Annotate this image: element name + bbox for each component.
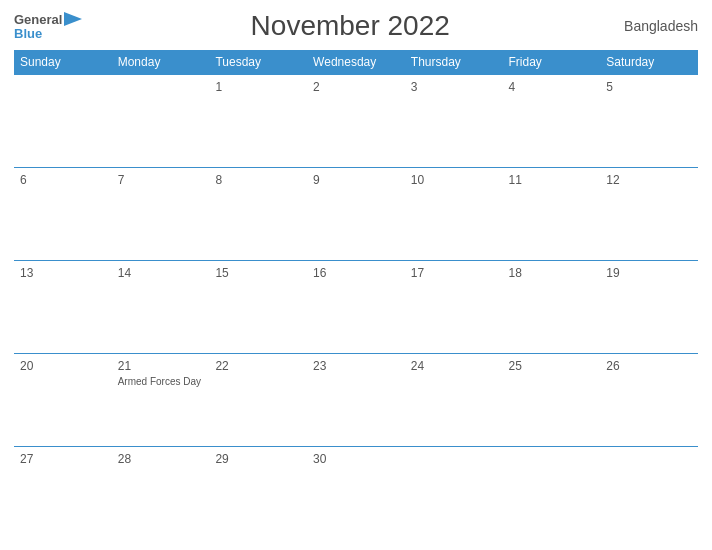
day-number: 24	[411, 359, 497, 373]
calendar-day-cell: 26	[600, 354, 698, 447]
calendar-day-cell: 6	[14, 168, 112, 261]
month-title: November 2022	[82, 10, 618, 42]
day-number: 23	[313, 359, 399, 373]
svg-marker-0	[64, 12, 82, 26]
calendar-day-cell: 14	[112, 261, 210, 354]
day-number: 1	[215, 80, 301, 94]
calendar-day-cell	[112, 75, 210, 168]
day-number: 15	[215, 266, 301, 280]
day-number: 29	[215, 452, 301, 466]
calendar-day-cell: 7	[112, 168, 210, 261]
calendar-day-cell: 22	[209, 354, 307, 447]
calendar-day-cell: 11	[503, 168, 601, 261]
day-number: 9	[313, 173, 399, 187]
header-tuesday: Tuesday	[209, 50, 307, 75]
calendar-day-cell: 4	[503, 75, 601, 168]
calendar-day-cell: 25	[503, 354, 601, 447]
calendar-day-cell: 16	[307, 261, 405, 354]
day-number: 28	[118, 452, 204, 466]
calendar-day-cell: 2	[307, 75, 405, 168]
calendar-day-cell: 18	[503, 261, 601, 354]
day-number: 12	[606, 173, 692, 187]
calendar-day-cell: 5	[600, 75, 698, 168]
day-number: 8	[215, 173, 301, 187]
day-number: 10	[411, 173, 497, 187]
calendar-header: General Blue November 2022 Bangladesh	[14, 10, 698, 42]
logo-flag-icon	[64, 12, 82, 26]
logo-general-text: General	[14, 13, 62, 26]
day-number: 25	[509, 359, 595, 373]
logo-blue-text: Blue	[14, 27, 42, 40]
calendar-day-cell: 1	[209, 75, 307, 168]
calendar-day-cell: 24	[405, 354, 503, 447]
calendar-day-cell: 12	[600, 168, 698, 261]
calendar-day-cell: 10	[405, 168, 503, 261]
day-number: 7	[118, 173, 204, 187]
calendar-table: Sunday Monday Tuesday Wednesday Thursday…	[14, 50, 698, 540]
calendar-day-cell: 3	[405, 75, 503, 168]
header-saturday: Saturday	[600, 50, 698, 75]
day-number: 26	[606, 359, 692, 373]
day-number: 4	[509, 80, 595, 94]
calendar-week-row: 6789101112	[14, 168, 698, 261]
day-number: 22	[215, 359, 301, 373]
logo: General Blue	[14, 12, 82, 40]
day-number: 11	[509, 173, 595, 187]
header-wednesday: Wednesday	[307, 50, 405, 75]
calendar-week-row: 13141516171819	[14, 261, 698, 354]
day-number: 14	[118, 266, 204, 280]
day-number: 30	[313, 452, 399, 466]
weekday-header-row: Sunday Monday Tuesday Wednesday Thursday…	[14, 50, 698, 75]
calendar-week-row: 12345	[14, 75, 698, 168]
day-number: 18	[509, 266, 595, 280]
day-number: 27	[20, 452, 106, 466]
holiday-label: Armed Forces Day	[118, 376, 204, 387]
calendar-week-row: 2021Armed Forces Day2223242526	[14, 354, 698, 447]
calendar-day-cell: 13	[14, 261, 112, 354]
header-monday: Monday	[112, 50, 210, 75]
calendar-day-cell: 29	[209, 447, 307, 540]
day-number: 16	[313, 266, 399, 280]
calendar-day-cell: 20	[14, 354, 112, 447]
day-number: 13	[20, 266, 106, 280]
day-number: 5	[606, 80, 692, 94]
calendar-day-cell: 27	[14, 447, 112, 540]
calendar-day-cell: 8	[209, 168, 307, 261]
calendar-day-cell	[405, 447, 503, 540]
day-number: 17	[411, 266, 497, 280]
calendar-day-cell: 30	[307, 447, 405, 540]
day-number: 19	[606, 266, 692, 280]
calendar-day-cell: 28	[112, 447, 210, 540]
calendar-day-cell	[600, 447, 698, 540]
calendar-day-cell: 21Armed Forces Day	[112, 354, 210, 447]
country-label: Bangladesh	[618, 18, 698, 34]
calendar-day-cell	[503, 447, 601, 540]
calendar-day-cell: 23	[307, 354, 405, 447]
header-friday: Friday	[503, 50, 601, 75]
calendar-day-cell	[14, 75, 112, 168]
header-sunday: Sunday	[14, 50, 112, 75]
calendar-body: 123456789101112131415161718192021Armed F…	[14, 75, 698, 541]
day-number: 6	[20, 173, 106, 187]
day-number: 21	[118, 359, 204, 373]
day-number: 20	[20, 359, 106, 373]
calendar-day-cell: 9	[307, 168, 405, 261]
calendar-container: General Blue November 2022 Bangladesh Su…	[0, 0, 712, 550]
day-number: 2	[313, 80, 399, 94]
calendar-day-cell: 19	[600, 261, 698, 354]
calendar-thead: Sunday Monday Tuesday Wednesday Thursday…	[14, 50, 698, 75]
header-thursday: Thursday	[405, 50, 503, 75]
day-number: 3	[411, 80, 497, 94]
calendar-day-cell: 17	[405, 261, 503, 354]
calendar-day-cell: 15	[209, 261, 307, 354]
calendar-week-row: 27282930	[14, 447, 698, 540]
